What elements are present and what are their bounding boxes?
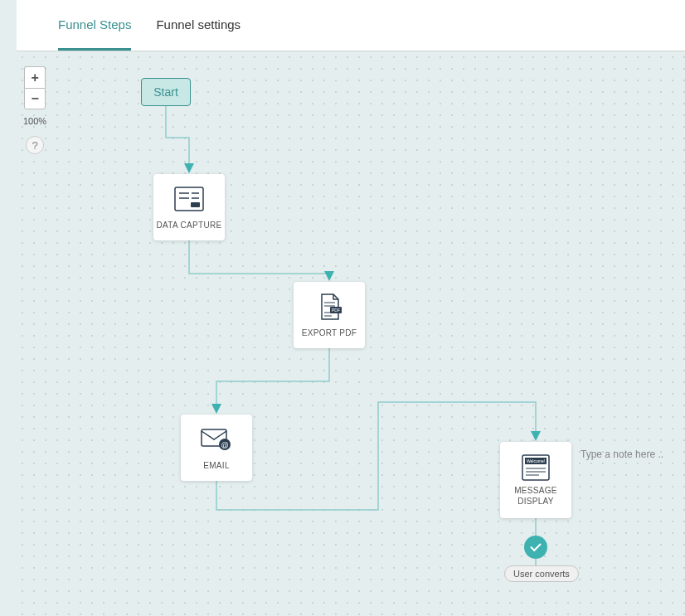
help-button[interactable]: ? bbox=[26, 136, 44, 154]
data-capture-label: DATA CAPTURE bbox=[157, 220, 222, 230]
svg-text:PDF: PDF bbox=[332, 308, 340, 313]
form-icon bbox=[172, 185, 206, 213]
zoom-in-button[interactable]: + bbox=[24, 66, 46, 88]
tab-bar: Funnel Steps Funnel settings bbox=[17, 0, 685, 51]
data-capture-node[interactable]: DATA CAPTURE bbox=[153, 174, 225, 240]
zoom-controls: + − 100% ? bbox=[23, 66, 46, 154]
note-placeholder[interactable]: Type a note here .. bbox=[581, 449, 663, 460]
email-node[interactable]: @ EMAIL bbox=[181, 415, 252, 481]
email-label: EMAIL bbox=[203, 460, 230, 471]
svg-rect-5 bbox=[191, 202, 200, 207]
message-display-node[interactable]: Welcome! MESSAGE DISPLAY bbox=[500, 442, 571, 518]
user-converts-badge[interactable]: User converts bbox=[504, 565, 579, 582]
svg-text:@: @ bbox=[221, 441, 228, 449]
message-icon: Welcome! bbox=[519, 454, 552, 482]
start-node[interactable]: Start bbox=[141, 78, 191, 106]
zoom-out-button[interactable]: − bbox=[24, 88, 46, 109]
zoom-level: 100% bbox=[23, 116, 46, 126]
pdf-icon: PDF bbox=[313, 293, 346, 321]
export-pdf-label: EXPORT PDF bbox=[302, 327, 357, 338]
flow-canvas[interactable]: + − 100% ? Start bbox=[17, 51, 685, 616]
start-label: Start bbox=[153, 85, 178, 99]
tab-funnel-steps[interactable]: Funnel Steps bbox=[58, 1, 131, 51]
tab-funnel-settings[interactable]: Funnel settings bbox=[156, 1, 240, 51]
check-icon bbox=[524, 536, 547, 559]
export-pdf-node[interactable]: PDF EXPORT PDF bbox=[294, 282, 365, 348]
message-display-label: MESSAGE DISPLAY bbox=[514, 485, 557, 507]
svg-text:Welcome!: Welcome! bbox=[527, 458, 545, 463]
email-icon: @ bbox=[200, 425, 233, 454]
